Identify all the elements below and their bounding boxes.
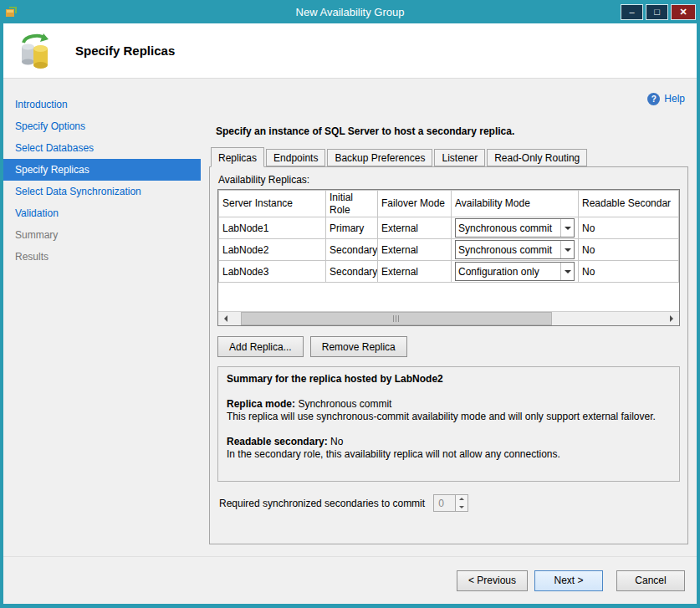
sidebar-item-specify-replicas[interactable]: Specify Replicas: [3, 159, 201, 181]
cell-initial-role: Secondary: [326, 261, 378, 283]
cell-readable-secondary: No: [579, 239, 679, 261]
title-bar: New Availability Group – □ ✕: [3, 0, 697, 23]
help-link[interactable]: Help: [664, 93, 685, 105]
replica-summary-panel: Summary for the replica hosted by LabNod…: [217, 366, 680, 482]
cell-server-instance: LabNode3: [219, 261, 326, 283]
scroll-left-icon: [221, 315, 227, 322]
spinner-value: 0: [434, 495, 455, 511]
sidebar-item-specify-options[interactable]: Specify Options: [3, 115, 201, 137]
window-controls: – □ ✕: [621, 4, 697, 20]
table-header-row: Server Instance Initial Role Failover Mo…: [219, 191, 679, 217]
next-button[interactable]: Next >: [534, 570, 603, 591]
chevron-down-icon: [560, 219, 574, 237]
cell-failover-mode: External: [378, 239, 452, 261]
summary-title: Summary for the replica hosted by LabNod…: [227, 373, 671, 386]
availability-mode-select[interactable]: Synchronous commit: [455, 240, 575, 259]
sidebar-item-validation[interactable]: Validation: [3, 202, 201, 224]
replicas-tab-panel: Availability Replicas: Server Instance I…: [209, 166, 688, 544]
cell-server-instance: LabNode2: [219, 239, 326, 261]
cancel-button[interactable]: Cancel: [616, 570, 685, 591]
col-availability-mode: Availability Mode: [452, 191, 579, 217]
wizard-header: Specify Replicas: [3, 23, 697, 79]
chevron-up-icon: [459, 495, 464, 500]
minimize-button[interactable]: –: [621, 4, 643, 20]
availability-replicas-label: Availability Replicas:: [218, 174, 680, 186]
add-replica-button[interactable]: Add Replica...: [217, 336, 304, 357]
required-secondaries-label: Required synchronized secondaries to com…: [219, 498, 425, 509]
scrollbar-track[interactable]: [232, 312, 665, 325]
scroll-left-button[interactable]: [218, 312, 232, 325]
spinner-buttons: [455, 495, 468, 511]
cell-readable-secondary: No: [579, 261, 679, 283]
sidebar-item-results: Results: [3, 246, 201, 268]
replicas-database-icon: [15, 32, 54, 70]
scrollbar-thumb[interactable]: [241, 312, 552, 325]
window-icon: [5, 5, 18, 18]
availability-replicas-grid: Server Instance Initial Role Failover Mo…: [217, 189, 680, 326]
chevron-down-icon: [560, 241, 574, 258]
previous-button[interactable]: < Previous: [457, 570, 528, 591]
grid-empty-area: [218, 283, 679, 311]
tab-listener[interactable]: Listener: [434, 149, 485, 166]
spinner-down-button[interactable]: [456, 503, 468, 512]
close-button[interactable]: ✕: [671, 4, 696, 20]
cell-initial-role: Secondary: [326, 239, 378, 261]
availability-replicas-table: Server Instance Initial Role Failover Mo…: [218, 190, 679, 283]
replica-tabs: Replicas Endpoints Backup Preferences Li…: [211, 147, 688, 166]
required-secondaries-spinner[interactable]: 0: [433, 494, 468, 512]
availability-mode-select[interactable]: Configuration only: [455, 262, 575, 281]
tab-backup-preferences[interactable]: Backup Preferences: [327, 149, 432, 166]
required-secondaries-row: Required synchronized secondaries to com…: [217, 494, 680, 512]
tab-read-only-routing[interactable]: Read-Only Routing: [487, 149, 587, 166]
col-readable-secondary: Readable Secondar: [579, 191, 679, 217]
readable-secondary-line: Readable secondary: No: [227, 436, 671, 448]
table-row[interactable]: LabNode1 Primary External Synchronous co…: [219, 217, 679, 239]
page-title: Specify Replicas: [75, 43, 175, 58]
new-availability-group-window: New Availability Group – □ ✕ Spec: [0, 0, 700, 608]
cell-readable-secondary: No: [579, 217, 679, 239]
cell-server-instance: LabNode1: [219, 217, 326, 239]
help-icon: ?: [647, 93, 660, 105]
cell-failover-mode: External: [378, 261, 452, 283]
spinner-up-button[interactable]: [456, 495, 468, 503]
table-row[interactable]: LabNode2 Secondary External Synchronous …: [219, 239, 679, 261]
sidebar-item-select-data-synchronization[interactable]: Select Data Synchronization: [3, 181, 201, 202]
horizontal-scrollbar[interactable]: [218, 311, 679, 325]
col-failover-mode: Failover Mode: [378, 191, 452, 217]
scroll-right-icon: [670, 315, 677, 322]
chevron-down-icon: [560, 263, 574, 280]
sidebar-item-summary: Summary: [3, 224, 201, 246]
scroll-right-button[interactable]: [665, 312, 679, 325]
cell-initial-role: Primary: [326, 217, 378, 239]
sidebar-item-introduction[interactable]: Introduction: [3, 94, 201, 115]
availability-mode-select[interactable]: Synchronous commit: [455, 218, 575, 238]
col-server-instance: Server Instance: [219, 191, 326, 217]
readable-secondary-description: In the secondary role, this availability…: [227, 448, 671, 461]
help-row: ? Help: [209, 90, 685, 107]
tab-endpoints[interactable]: Endpoints: [266, 149, 325, 166]
replica-mode-description: This replica will use synchronous-commit…: [227, 411, 671, 423]
cell-failover-mode: External: [378, 217, 452, 239]
replica-buttons-row: Add Replica... Remove Replica: [217, 336, 680, 357]
instruction-text: Specify an instance of SQL Server to hos…: [216, 125, 688, 137]
tab-replicas[interactable]: Replicas: [211, 147, 264, 167]
wizard-footer: < Previous Next > Cancel: [3, 556, 697, 604]
table-row[interactable]: LabNode3 Secondary External Configuratio…: [219, 261, 679, 283]
sidebar-item-select-databases[interactable]: Select Databases: [3, 137, 201, 159]
chevron-down-icon: [459, 506, 464, 511]
window-title: New Availability Group: [3, 6, 697, 18]
maximize-button[interactable]: □: [646, 4, 668, 20]
wizard-steps-sidebar: Introduction Specify Options Select Data…: [3, 79, 201, 556]
replica-mode-line: Replica mode: Synchronous commit: [227, 398, 671, 411]
remove-replica-button[interactable]: Remove Replica: [310, 336, 407, 357]
col-initial-role: Initial Role: [326, 191, 378, 217]
